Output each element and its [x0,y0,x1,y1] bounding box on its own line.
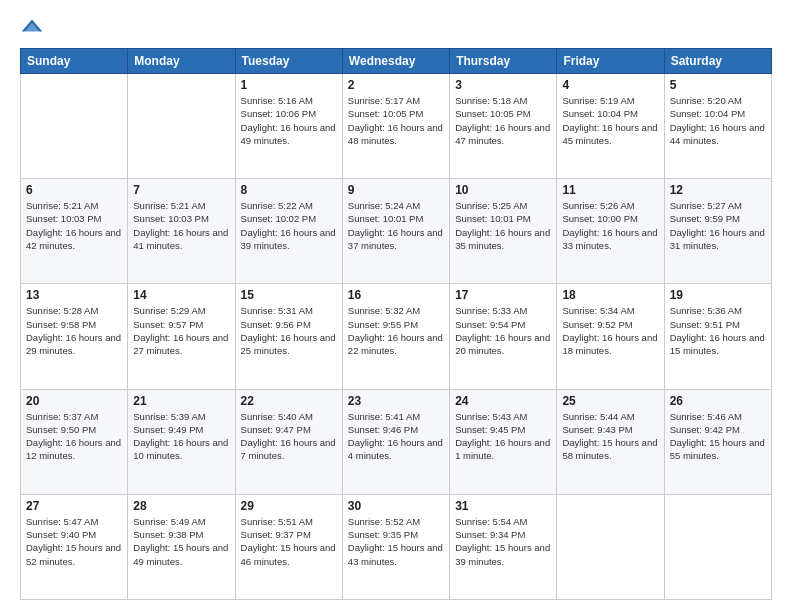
calendar-cell: 11Sunrise: 5:26 AM Sunset: 10:00 PM Dayl… [557,179,664,284]
calendar-cell: 7Sunrise: 5:21 AM Sunset: 10:03 PM Dayli… [128,179,235,284]
calendar-week-3: 13Sunrise: 5:28 AM Sunset: 9:58 PM Dayli… [21,284,772,389]
calendar-cell: 23Sunrise: 5:41 AM Sunset: 9:46 PM Dayli… [342,389,449,494]
day-info: Sunrise: 5:26 AM Sunset: 10:00 PM Daylig… [562,199,658,252]
weekday-header-wednesday: Wednesday [342,49,449,74]
calendar-cell: 18Sunrise: 5:34 AM Sunset: 9:52 PM Dayli… [557,284,664,389]
day-number: 14 [133,288,229,302]
calendar-cell: 14Sunrise: 5:29 AM Sunset: 9:57 PM Dayli… [128,284,235,389]
day-number: 23 [348,394,444,408]
day-info: Sunrise: 5:17 AM Sunset: 10:05 PM Daylig… [348,94,444,147]
header [20,16,772,40]
calendar-cell [21,74,128,179]
calendar-cell: 19Sunrise: 5:36 AM Sunset: 9:51 PM Dayli… [664,284,771,389]
calendar-cell: 31Sunrise: 5:54 AM Sunset: 9:34 PM Dayli… [450,494,557,599]
calendar-cell [664,494,771,599]
calendar-cell: 20Sunrise: 5:37 AM Sunset: 9:50 PM Dayli… [21,389,128,494]
calendar-cell: 29Sunrise: 5:51 AM Sunset: 9:37 PM Dayli… [235,494,342,599]
day-number: 22 [241,394,337,408]
day-info: Sunrise: 5:47 AM Sunset: 9:40 PM Dayligh… [26,515,122,568]
calendar-cell: 30Sunrise: 5:52 AM Sunset: 9:35 PM Dayli… [342,494,449,599]
calendar-cell: 8Sunrise: 5:22 AM Sunset: 10:02 PM Dayli… [235,179,342,284]
day-info: Sunrise: 5:31 AM Sunset: 9:56 PM Dayligh… [241,304,337,357]
calendar-cell: 13Sunrise: 5:28 AM Sunset: 9:58 PM Dayli… [21,284,128,389]
day-number: 10 [455,183,551,197]
day-number: 7 [133,183,229,197]
calendar-cell: 26Sunrise: 5:46 AM Sunset: 9:42 PM Dayli… [664,389,771,494]
calendar-week-4: 20Sunrise: 5:37 AM Sunset: 9:50 PM Dayli… [21,389,772,494]
calendar-cell: 24Sunrise: 5:43 AM Sunset: 9:45 PM Dayli… [450,389,557,494]
day-info: Sunrise: 5:33 AM Sunset: 9:54 PM Dayligh… [455,304,551,357]
day-info: Sunrise: 5:41 AM Sunset: 9:46 PM Dayligh… [348,410,444,463]
day-number: 18 [562,288,658,302]
weekday-header-thursday: Thursday [450,49,557,74]
day-number: 29 [241,499,337,513]
day-number: 31 [455,499,551,513]
day-number: 30 [348,499,444,513]
day-number: 27 [26,499,122,513]
calendar-table: SundayMondayTuesdayWednesdayThursdayFrid… [20,48,772,600]
day-info: Sunrise: 5:34 AM Sunset: 9:52 PM Dayligh… [562,304,658,357]
calendar-cell [128,74,235,179]
day-info: Sunrise: 5:28 AM Sunset: 9:58 PM Dayligh… [26,304,122,357]
weekday-header-monday: Monday [128,49,235,74]
day-number: 19 [670,288,766,302]
day-number: 12 [670,183,766,197]
calendar-cell: 4Sunrise: 5:19 AM Sunset: 10:04 PM Dayli… [557,74,664,179]
day-number: 2 [348,78,444,92]
day-info: Sunrise: 5:36 AM Sunset: 9:51 PM Dayligh… [670,304,766,357]
weekday-header-friday: Friday [557,49,664,74]
day-number: 20 [26,394,122,408]
day-info: Sunrise: 5:19 AM Sunset: 10:04 PM Daylig… [562,94,658,147]
calendar-week-1: 1Sunrise: 5:16 AM Sunset: 10:06 PM Dayli… [21,74,772,179]
calendar-cell: 9Sunrise: 5:24 AM Sunset: 10:01 PM Dayli… [342,179,449,284]
calendar-cell: 22Sunrise: 5:40 AM Sunset: 9:47 PM Dayli… [235,389,342,494]
day-info: Sunrise: 5:20 AM Sunset: 10:04 PM Daylig… [670,94,766,147]
day-info: Sunrise: 5:18 AM Sunset: 10:05 PM Daylig… [455,94,551,147]
calendar-cell: 27Sunrise: 5:47 AM Sunset: 9:40 PM Dayli… [21,494,128,599]
day-info: Sunrise: 5:51 AM Sunset: 9:37 PM Dayligh… [241,515,337,568]
day-info: Sunrise: 5:39 AM Sunset: 9:49 PM Dayligh… [133,410,229,463]
day-number: 1 [241,78,337,92]
calendar-cell: 28Sunrise: 5:49 AM Sunset: 9:38 PM Dayli… [128,494,235,599]
day-number: 28 [133,499,229,513]
calendar-cell: 21Sunrise: 5:39 AM Sunset: 9:49 PM Dayli… [128,389,235,494]
day-info: Sunrise: 5:29 AM Sunset: 9:57 PM Dayligh… [133,304,229,357]
generalblue-logo-icon [20,16,44,40]
calendar-week-2: 6Sunrise: 5:21 AM Sunset: 10:03 PM Dayli… [21,179,772,284]
day-number: 16 [348,288,444,302]
page: SundayMondayTuesdayWednesdayThursdayFrid… [0,0,792,612]
calendar-cell: 6Sunrise: 5:21 AM Sunset: 10:03 PM Dayli… [21,179,128,284]
calendar-cell: 15Sunrise: 5:31 AM Sunset: 9:56 PM Dayli… [235,284,342,389]
day-number: 5 [670,78,766,92]
day-info: Sunrise: 5:21 AM Sunset: 10:03 PM Daylig… [26,199,122,252]
day-info: Sunrise: 5:52 AM Sunset: 9:35 PM Dayligh… [348,515,444,568]
calendar-cell: 1Sunrise: 5:16 AM Sunset: 10:06 PM Dayli… [235,74,342,179]
weekday-header-tuesday: Tuesday [235,49,342,74]
day-info: Sunrise: 5:40 AM Sunset: 9:47 PM Dayligh… [241,410,337,463]
calendar-week-5: 27Sunrise: 5:47 AM Sunset: 9:40 PM Dayli… [21,494,772,599]
calendar-cell: 25Sunrise: 5:44 AM Sunset: 9:43 PM Dayli… [557,389,664,494]
day-info: Sunrise: 5:24 AM Sunset: 10:01 PM Daylig… [348,199,444,252]
day-number: 25 [562,394,658,408]
day-number: 9 [348,183,444,197]
day-info: Sunrise: 5:54 AM Sunset: 9:34 PM Dayligh… [455,515,551,568]
day-number: 24 [455,394,551,408]
day-number: 26 [670,394,766,408]
day-info: Sunrise: 5:49 AM Sunset: 9:38 PM Dayligh… [133,515,229,568]
day-number: 4 [562,78,658,92]
weekday-header-saturday: Saturday [664,49,771,74]
calendar-cell: 16Sunrise: 5:32 AM Sunset: 9:55 PM Dayli… [342,284,449,389]
day-info: Sunrise: 5:25 AM Sunset: 10:01 PM Daylig… [455,199,551,252]
calendar-cell [557,494,664,599]
calendar-cell: 2Sunrise: 5:17 AM Sunset: 10:05 PM Dayli… [342,74,449,179]
day-number: 21 [133,394,229,408]
day-number: 8 [241,183,337,197]
day-info: Sunrise: 5:16 AM Sunset: 10:06 PM Daylig… [241,94,337,147]
day-info: Sunrise: 5:21 AM Sunset: 10:03 PM Daylig… [133,199,229,252]
calendar-cell: 12Sunrise: 5:27 AM Sunset: 9:59 PM Dayli… [664,179,771,284]
day-info: Sunrise: 5:46 AM Sunset: 9:42 PM Dayligh… [670,410,766,463]
logo [20,16,48,40]
weekday-header-sunday: Sunday [21,49,128,74]
day-number: 13 [26,288,122,302]
day-info: Sunrise: 5:22 AM Sunset: 10:02 PM Daylig… [241,199,337,252]
